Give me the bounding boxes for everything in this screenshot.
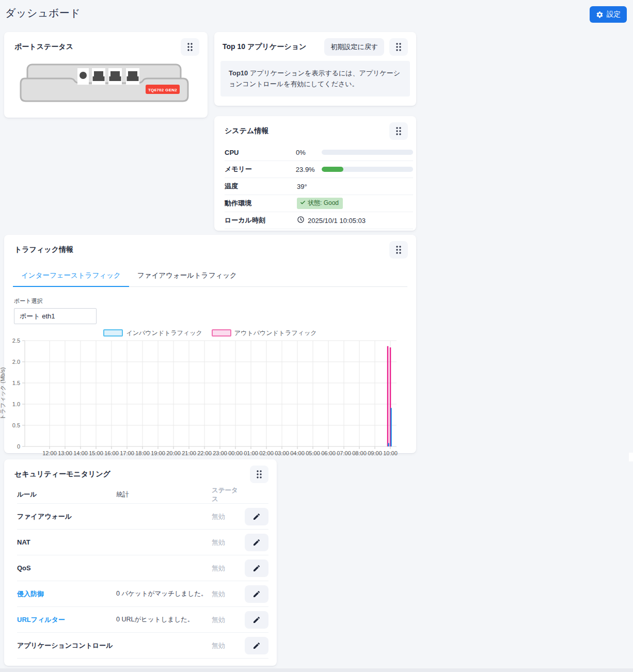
top10-info-message: Top10 アプリケーションを表示するには、アプリケーションコントロールを有効に… [220, 61, 410, 97]
svg-text:17:00: 17:00 [120, 450, 134, 456]
system-row-cpu: CPU 0% [225, 144, 413, 161]
device-model-badge: TQ6702 GEN2 [148, 88, 177, 92]
edit-button[interactable] [245, 534, 268, 551]
svg-text:07:00: 07:00 [337, 450, 351, 456]
svg-text:13:00: 13:00 [58, 450, 72, 456]
table-row-intrusion-prevention: 侵入防御 0 パケットがマッチしました。 無効 [17, 581, 268, 607]
system-row-environment: 動作環境 状態: Good [225, 195, 413, 212]
security-table: ルール 統計 ステータス ファイアウォール 無効 NAT 無効 QoS 無効 侵… [4, 486, 277, 659]
url-filter-link[interactable]: URLフィルター [17, 615, 116, 625]
svg-text:08:00: 08:00 [352, 450, 367, 456]
system-row-temperature: 温度 39° [225, 178, 413, 195]
gear-icon [596, 11, 604, 19]
svg-text:1.5: 1.5 [12, 380, 20, 386]
port-status-title: ポートステータス [14, 42, 73, 52]
ethernet-port-icon [109, 71, 121, 81]
traffic-info-card: トラフィック情報 インターフェーストラフィック ファイアウォールトラフィック ポ… [4, 235, 416, 453]
top10-title: Top 10 アプリケーション [223, 42, 306, 52]
svg-text:02:00: 02:00 [259, 450, 274, 456]
svg-text:12:00: 12:00 [42, 450, 57, 456]
table-row-nat: NAT 無効 [17, 530, 268, 555]
svg-text:2.5: 2.5 [12, 338, 20, 344]
svg-text:03:00: 03:00 [275, 450, 289, 456]
svg-text:10:00: 10:00 [383, 450, 398, 456]
svg-text:04:00: 04:00 [290, 450, 305, 456]
port-select[interactable]: ポート eth1 [14, 308, 97, 324]
svg-text:05:00: 05:00 [306, 450, 320, 456]
drag-handle-icon[interactable] [389, 122, 408, 140]
table-row-url-filter: URLフィルター 0 URLがヒットしました。 無効 [17, 607, 268, 633]
port-status-card: ポートステータス TQ6702 GEN2 [4, 32, 208, 118]
legend-label: アウトバウンドトラフィック [234, 329, 317, 338]
local-time-value: 2025/10/1 10:05:03 [297, 216, 366, 225]
edit-button[interactable] [245, 611, 268, 629]
edit-button[interactable] [245, 585, 268, 603]
traffic-tabs: インターフェーストラフィック ファイアウォールトラフィック [13, 266, 407, 287]
svg-text:1.0: 1.0 [12, 401, 20, 407]
legend-swatch [103, 329, 123, 337]
svg-text:0: 0 [17, 443, 20, 450]
traffic-chart: 00.51.01.52.02.512:0013:0014:0015:0016:0… [0, 338, 404, 462]
intrusion-prevention-link[interactable]: 侵入防御 [17, 589, 116, 599]
table-row-application-control: アプリケーションコントロール 無効 [17, 633, 268, 659]
system-row-memory: メモリー 23.9% [225, 161, 413, 178]
drag-handle-icon[interactable] [389, 241, 408, 259]
memory-progress-bar [322, 167, 413, 172]
settings-button-label: 設定 [607, 10, 621, 19]
partial-card-edge [629, 453, 633, 461]
table-row-qos: QoS 無効 [17, 555, 268, 581]
clock-icon [297, 216, 305, 225]
svg-text:2.0: 2.0 [12, 359, 20, 365]
reset-defaults-button[interactable]: 初期設定に戻す [324, 38, 384, 56]
svg-text:15:00: 15:00 [89, 450, 103, 456]
svg-text:23:00: 23:00 [213, 450, 227, 456]
svg-text:14:00: 14:00 [73, 450, 88, 456]
drag-handle-icon[interactable] [250, 466, 268, 483]
security-table-header: ルール 統計 ステータス [17, 486, 268, 504]
svg-text:16:00: 16:00 [104, 450, 119, 456]
port-select-label: ポート選択 [14, 297, 416, 305]
svg-text:09:00: 09:00 [368, 450, 382, 456]
edit-button[interactable] [245, 508, 268, 525]
system-info-title: システム情報 [225, 126, 268, 136]
svg-text:20:00: 20:00 [166, 450, 181, 456]
top10-applications-card: Top 10 アプリケーション 初期設定に戻す Top10 アプリケーションを表… [214, 32, 416, 106]
bottom-scroll-strip [0, 668, 633, 672]
system-info-card: システム情報 CPU 0% メモリー 23.9% 温度 39° 動作環境 状態:… [214, 116, 416, 231]
chart-legend: インバウンドトラフィックアウトバウンドトラフィック [4, 328, 416, 338]
svg-text:トラフィック (Mb/s): トラフィック (Mb/s) [0, 367, 6, 420]
legend-item[interactable]: インバウンドトラフィック [103, 329, 202, 338]
svg-text:18:00: 18:00 [135, 450, 150, 456]
led-indicator [80, 72, 87, 79]
status-badge: 状態: Good [297, 198, 343, 209]
settings-button[interactable]: 設定 [590, 6, 627, 23]
security-title: セキュリティーモニタリング [14, 470, 110, 479]
svg-text:22:00: 22:00 [197, 450, 212, 456]
page-header: ダッシュボード 設定 [5, 6, 627, 23]
table-row-firewall: ファイアウォール 無効 [17, 504, 268, 530]
legend-swatch [212, 329, 231, 337]
check-icon [300, 200, 306, 207]
legend-label: インバウンドトラフィック [126, 329, 202, 338]
device-illustration: TQ6702 GEN2 [20, 61, 208, 105]
drag-handle-icon[interactable] [181, 38, 199, 56]
traffic-title: トラフィック情報 [14, 245, 73, 254]
svg-text:06:00: 06:00 [321, 450, 336, 456]
svg-text:01:00: 01:00 [244, 450, 258, 456]
svg-text:19:00: 19:00 [151, 450, 165, 456]
legend-item[interactable]: アウトバウンドトラフィック [212, 329, 317, 338]
tab-interface-traffic[interactable]: インターフェーストラフィック [13, 266, 129, 286]
page-title: ダッシュボード [5, 6, 81, 20]
tab-firewall-traffic[interactable]: ファイアウォールトラフィック [129, 266, 245, 286]
drag-handle-icon[interactable] [389, 38, 408, 56]
system-row-localtime: ローカル時刻 2025/10/1 10:05:03 [225, 212, 413, 229]
security-monitoring-card: セキュリティーモニタリング ルール 統計 ステータス ファイアウォール 無効 N… [4, 459, 277, 666]
ethernet-port-icon [127, 71, 139, 81]
edit-button[interactable] [245, 637, 268, 654]
cpu-progress-bar [322, 150, 413, 155]
svg-text:21:00: 21:00 [182, 450, 196, 456]
svg-text:0.5: 0.5 [12, 422, 20, 428]
ethernet-port-icon [93, 71, 105, 81]
edit-button[interactable] [245, 559, 268, 577]
svg-text:00:00: 00:00 [228, 450, 243, 456]
